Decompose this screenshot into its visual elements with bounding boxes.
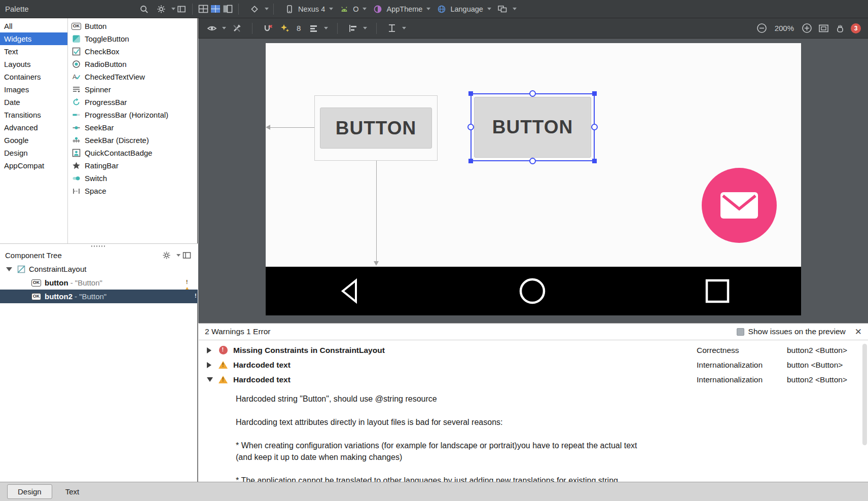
- palette-category-advanced[interactable]: Advanced: [0, 121, 67, 134]
- issues-scrollbar[interactable]: [862, 344, 867, 445]
- device-selector[interactable]: Nexus 4: [283, 3, 333, 15]
- palette-widget-switch[interactable]: Switch: [68, 172, 198, 185]
- panel-splitter-handle[interactable]: [0, 244, 198, 248]
- palette-widget-radiobutton[interactable]: RadioButton: [68, 58, 198, 70]
- design-canvas[interactable]: BUTTON BUTTON: [198, 39, 868, 323]
- ratingbar-widget-icon: [71, 161, 81, 170]
- autoconnect-off-magnet-icon[interactable]: [262, 22, 274, 34]
- palette-category-text[interactable]: Text: [0, 45, 67, 58]
- close-icon[interactable]: ✕: [855, 327, 862, 337]
- design-blueprint-both-mode-icon[interactable]: [209, 3, 222, 15]
- issue-location: button2 <Button>: [787, 346, 847, 355]
- issue-count-badge[interactable]: 3: [851, 23, 861, 33]
- issues-header: 2 Warnings 1 Error Show issues on the pr…: [199, 324, 868, 340]
- resize-handle-bottom-right[interactable]: [592, 159, 597, 163]
- canvas-button1[interactable]: BUTTON: [320, 108, 432, 149]
- dock-pin-icon[interactable]: [180, 249, 193, 261]
- screens-icon: [496, 3, 509, 15]
- palette-category-google[interactable]: Google: [0, 134, 67, 147]
- default-margin-value[interactable]: 8: [295, 24, 302, 32]
- resize-handle-top-left[interactable]: [468, 91, 473, 96]
- tab-text[interactable]: Text: [55, 485, 90, 498]
- tree-row-button2[interactable]: OK button2 - "Button": [0, 290, 198, 303]
- expand-icon[interactable]: [207, 347, 211, 353]
- search-icon[interactable]: [138, 3, 150, 15]
- component-tree-panel: Component Tree ConstraintLayout: [0, 243, 198, 303]
- nav-back-icon: [341, 267, 358, 315]
- api-version-selector[interactable]: O: [338, 3, 367, 15]
- palette-widget-button[interactable]: OK Button: [68, 20, 198, 32]
- gear-icon: [160, 249, 172, 261]
- dock-pin-icon[interactable]: [175, 3, 188, 15]
- palette-widget-seekbar[interactable]: SeekBar: [68, 121, 198, 134]
- svg-text:A: A: [73, 74, 77, 81]
- canvas-button2-selection[interactable]: BUTTON: [471, 93, 595, 161]
- palette-widget-progressbar-horizontal[interactable]: ProgressBar (Horizontal): [68, 109, 198, 121]
- zoom-out-button[interactable]: [756, 22, 768, 34]
- multi-screen-selector[interactable]: [496, 3, 517, 15]
- show-issues-checkbox[interactable]: [737, 328, 744, 336]
- constraint-anchor-top[interactable]: [529, 90, 536, 97]
- resize-handle-bottom-left[interactable]: [468, 159, 473, 163]
- palette-category-layouts[interactable]: Layouts: [0, 58, 67, 70]
- constraint-anchor-right[interactable]: [591, 124, 598, 130]
- palette-widget-progressbar[interactable]: ProgressBar: [68, 96, 198, 109]
- palette-widget-seekbar-discrete[interactable]: SeekBar (Discrete): [68, 134, 198, 147]
- palette-widget-quickcontactbadge[interactable]: QuickContactBadge: [68, 147, 198, 159]
- palette-widget-checkedtextview[interactable]: A CheckedTextView: [68, 70, 198, 83]
- palette-widget-checkbox[interactable]: CheckBox: [68, 45, 198, 58]
- device-preview: BUTTON BUTTON: [266, 43, 801, 315]
- collapse-icon[interactable]: [207, 377, 213, 382]
- tree-row-constraintlayout[interactable]: ConstraintLayout: [0, 262, 198, 276]
- tree-node-id: button: [45, 278, 68, 287]
- constraint-anchor-bottom[interactable]: [529, 158, 536, 164]
- theme-selector[interactable]: AppTheme: [372, 3, 430, 15]
- align-button[interactable]: [347, 22, 367, 34]
- checkedtextview-widget-icon: A: [71, 72, 81, 82]
- tab-design[interactable]: Design: [7, 484, 52, 499]
- issue-row-hardcoded-text-1[interactable]: Hardcoded text Internationalization butt…: [199, 357, 868, 372]
- show-issues-label: Show issues on the preview: [748, 327, 846, 336]
- brush-disabled-icon[interactable]: [231, 22, 243, 34]
- api-level-label: O: [353, 5, 358, 13]
- palette-category-images[interactable]: Images: [0, 83, 67, 96]
- palette-widget-ratingbar[interactable]: RatingBar: [68, 159, 198, 172]
- device-label: Nexus 4: [298, 5, 325, 13]
- palette-category-date[interactable]: Date: [0, 96, 67, 109]
- tree-row-button[interactable]: OK button - "Button": [0, 276, 198, 290]
- canvas-button2[interactable]: BUTTON: [474, 97, 591, 158]
- guidelines-button[interactable]: [386, 22, 406, 34]
- component-tree-options-button[interactable]: [160, 249, 180, 261]
- palette-options-button[interactable]: [155, 3, 175, 15]
- palette-widget-space[interactable]: Space: [68, 185, 198, 197]
- expand-collapse-icon[interactable]: [6, 267, 12, 271]
- pack-selection-button[interactable]: [308, 22, 328, 34]
- blueprint-view-mode-icon[interactable]: [222, 3, 234, 15]
- design-view-mode-icon[interactable]: [197, 3, 209, 15]
- palette-widget-togglebutton[interactable]: ToggleButton: [68, 32, 198, 45]
- palette-category-containers[interactable]: Containers: [0, 70, 67, 83]
- phone-icon: [283, 3, 296, 15]
- palette-category-design[interactable]: Design: [0, 147, 67, 159]
- component-tree-title: Component Tree: [5, 251, 62, 260]
- distribute-icon: [386, 22, 398, 34]
- palette-widget-spinner[interactable]: Spinner: [68, 83, 198, 96]
- issue-row-missing-constraints[interactable]: Missing Constraints in ConstraintLayout …: [199, 343, 868, 357]
- orientation-selector[interactable]: [248, 3, 269, 15]
- language-selector[interactable]: Language: [436, 3, 491, 15]
- palette-category-transitions[interactable]: Transitions: [0, 109, 67, 121]
- issue-row-hardcoded-text-2[interactable]: Hardcoded text Internationalization butt…: [199, 372, 868, 387]
- view-options-button[interactable]: [206, 22, 226, 34]
- infer-constraints-wand-icon[interactable]: [278, 22, 291, 34]
- resize-handle-top-right[interactable]: [592, 91, 597, 96]
- constraint-anchor-left[interactable]: [467, 124, 474, 130]
- palette-category-appcompat[interactable]: AppCompat: [0, 159, 67, 172]
- canvas-fab-email[interactable]: [702, 168, 777, 243]
- align-icon: [347, 22, 359, 34]
- palette-category-all[interactable]: All: [0, 20, 67, 32]
- expand-icon[interactable]: [207, 362, 211, 368]
- palette-category-widgets[interactable]: Widgets: [0, 32, 67, 45]
- pan-hand-button[interactable]: [834, 22, 846, 34]
- zoom-to-fit-button[interactable]: [817, 22, 829, 34]
- zoom-in-button[interactable]: [801, 22, 813, 34]
